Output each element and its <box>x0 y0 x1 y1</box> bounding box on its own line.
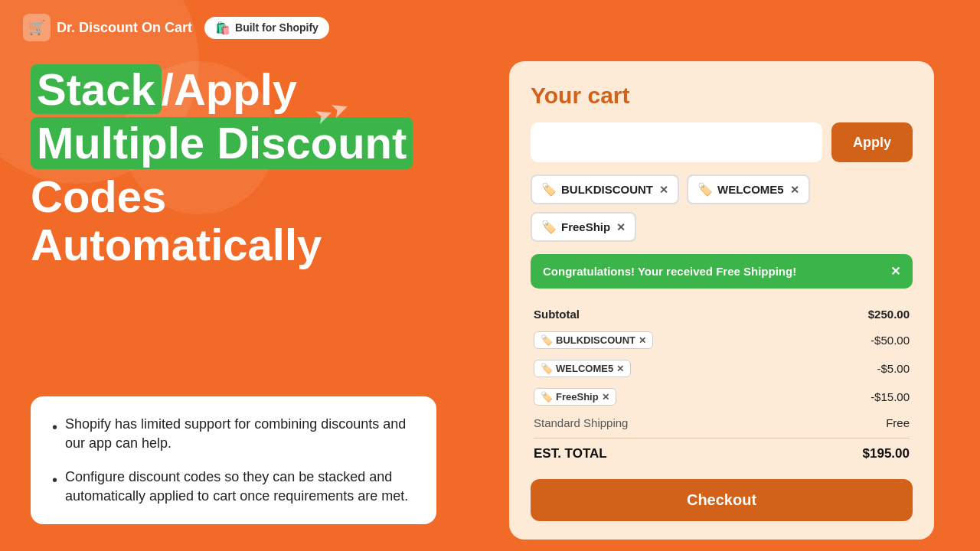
apply-button[interactable]: Apply <box>831 122 913 162</box>
coupon-row: Apply <box>531 122 913 162</box>
tag-freeship: 🏷️ FreeShip ✕ <box>531 212 636 242</box>
bullet-box: • Shopify has limited support for combin… <box>31 396 436 524</box>
cart-line-shipping: Standard Shipping Free <box>534 411 910 435</box>
line-tag-icon-2: 🏷️ <box>541 363 553 374</box>
shipping-value: Free <box>886 416 910 429</box>
line-tag-freeship: 🏷️ FreeShip ✕ <box>534 388 616 406</box>
line-tag-icon-3: 🏷️ <box>541 391 553 403</box>
tag-label-3: FreeShip <box>561 220 610 233</box>
headline-apply: Apply <box>174 64 297 114</box>
tag-welcome5: 🏷️ WELCOME5 ✕ <box>687 174 810 204</box>
tag-icon-3: 🏷️ <box>541 220 557 234</box>
logo: 🛒 Dr. Discount On Cart <box>23 14 192 41</box>
tag-icon-1: 🏷️ <box>541 182 557 197</box>
tag-label-2: WELCOME5 <box>717 183 784 196</box>
bullet-dot-1: • <box>52 416 57 438</box>
line-tag-icon-1: 🏷️ <box>541 334 553 346</box>
bullet-dot-2: • <box>52 469 57 491</box>
bullet-text-2: Configure discount codes so they can be … <box>65 468 415 506</box>
headline-line2: Multiple Discount <box>31 117 413 169</box>
checkout-button[interactable]: Checkout <box>531 479 913 521</box>
bullet-item-2: • Configure discount codes so they can b… <box>52 468 415 506</box>
line-remove-2[interactable]: ✕ <box>616 364 624 374</box>
total-value: $195.00 <box>863 446 910 461</box>
cart-line-total: EST. TOTAL $195.00 <box>534 438 910 467</box>
headline-stack: Stack <box>31 64 162 114</box>
line-tag-bulk: 🏷️ BULKDISCOUNT ✕ <box>534 331 653 349</box>
cart-panel: Your cart Apply 🏷️ BULKDISCOUNT ✕ 🏷️ WEL… <box>509 61 934 540</box>
shopify-badge: 🛍️ Built for Shopify <box>204 17 329 39</box>
subtotal-value: $250.00 <box>868 308 910 321</box>
shopify-badge-text: Built for Shopify <box>235 21 318 34</box>
cart-line-welcome5: 🏷️ WELCOME5 ✕ -$5.00 <box>534 354 910 383</box>
tag-remove-1[interactable]: ✕ <box>659 184 668 196</box>
shipping-label: Standard Shipping <box>534 416 628 429</box>
tag-remove-3[interactable]: ✕ <box>616 221 626 233</box>
welcome5-value: -$5.00 <box>877 362 910 375</box>
bullet-item-1: • Shopify has limited support for combin… <box>52 415 415 453</box>
shopify-icon: 🛍️ <box>215 21 230 35</box>
cart-line-freeship: 🏷️ FreeShip ✕ -$15.00 <box>534 383 910 411</box>
welcome5-label: 🏷️ WELCOME5 ✕ <box>534 360 631 377</box>
tag-icon-2: 🏷️ <box>697 182 713 197</box>
line-tag-welcome5: 🏷️ WELCOME5 ✕ <box>534 360 631 377</box>
cart-line-subtotal: Subtotal $250.00 <box>534 302 910 326</box>
tags-row: 🏷️ BULKDISCOUNT ✕ 🏷️ WELCOME5 ✕ 🏷️ FreeS… <box>531 174 913 242</box>
coupon-input[interactable] <box>531 122 822 162</box>
tag-label-1: BULKDISCOUNT <box>561 183 653 196</box>
tag-bulkdiscount: 🏷️ BULKDISCOUNT ✕ <box>531 174 679 204</box>
success-close[interactable]: ✕ <box>890 264 900 279</box>
success-message: Congratulations! Your received Free Ship… <box>543 265 796 278</box>
bulkdiscount-value: -$50.00 <box>871 334 910 347</box>
subtotal-label: Subtotal <box>534 308 580 321</box>
headline-slash: / <box>162 64 174 114</box>
headline: Stack/Apply Multiple Discount Codes Auto… <box>31 65 444 269</box>
tag-remove-2[interactable]: ✕ <box>790 184 799 196</box>
success-banner: Congratulations! Your received Free Ship… <box>531 254 913 289</box>
line-remove-1[interactable]: ✕ <box>639 335 646 346</box>
total-label: EST. TOTAL <box>534 446 607 461</box>
freeship-value: -$15.00 <box>871 390 910 403</box>
cart-lines: Subtotal $250.00 🏷️ BULKDISCOUNT ✕ -$50.… <box>531 302 913 467</box>
cart-line-bulkdiscount: 🏷️ BULKDISCOUNT ✕ -$50.00 <box>534 326 910 354</box>
logo-icon: 🛒 <box>23 14 51 41</box>
bulkdiscount-label: 🏷️ BULKDISCOUNT ✕ <box>534 331 653 349</box>
logo-text: Dr. Discount On Cart <box>57 20 192 36</box>
left-content: Stack/Apply Multiple Discount Codes Auto… <box>31 65 444 276</box>
bullet-text-1: Shopify has limited support for combinin… <box>65 415 415 453</box>
freeship-label: 🏷️ FreeShip ✕ <box>534 388 616 406</box>
cart-title: Your cart <box>531 83 913 109</box>
line-remove-3[interactable]: ✕ <box>602 392 609 403</box>
header: 🛒 Dr. Discount On Cart 🛍️ Built for Shop… <box>23 14 329 41</box>
headline-line3: Codes Automatically <box>31 172 444 270</box>
